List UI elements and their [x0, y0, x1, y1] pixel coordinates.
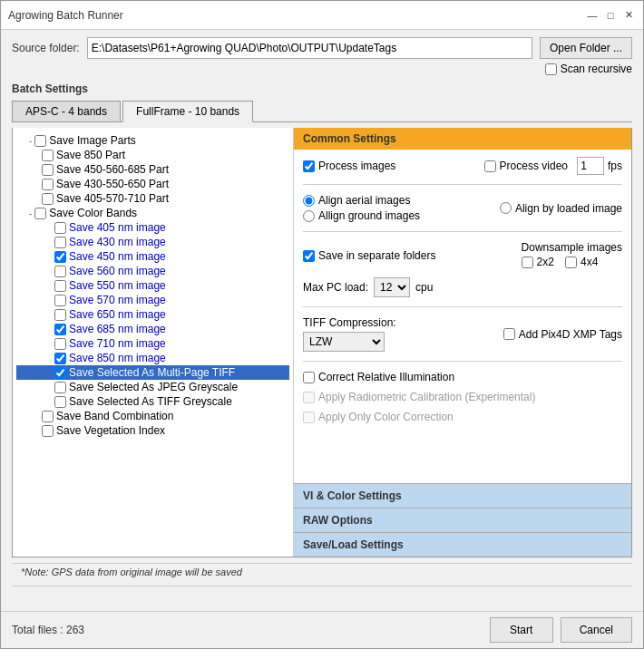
add-pix4d-checkbox[interactable]: [503, 328, 515, 340]
correct-illumination-label[interactable]: Correct Relative Illumination: [303, 371, 622, 383]
cancel-button[interactable]: Cancel: [561, 617, 632, 643]
process-video-label[interactable]: Process video: [484, 160, 568, 172]
apply-radiometric-label[interactable]: Apply Radiometric Calibration (Experimen…: [303, 391, 622, 403]
fps-label: fps: [608, 160, 622, 172]
expand-icon[interactable]: -: [29, 136, 32, 146]
tree-item-save-685-nm[interactable]: Save 685 nm image: [16, 322, 289, 336]
tree-item-save-430-550-650[interactable]: Save 430-550-650 Part: [16, 177, 289, 191]
tree-item-save-405-nm[interactable]: Save 405 nm image: [16, 220, 289, 235]
tree-item-save-570-nm[interactable]: Save 570 nm image: [16, 293, 289, 307]
tree-item-save-850-nm[interactable]: Save 850 nm image: [16, 351, 289, 365]
tree-item-save-450-nm[interactable]: Save 450 nm image: [16, 249, 289, 264]
checkbox-save-850-nm[interactable]: [54, 353, 66, 364]
tree-item-save-550-nm[interactable]: Save 550 nm image: [16, 278, 289, 293]
label-save-multi-tiff: Save Selected As Multi-Page TIFF: [69, 366, 235, 379]
checkbox-save-850-part[interactable]: [42, 150, 54, 161]
fps-input[interactable]: [577, 157, 604, 175]
scan-recursive-checkbox[interactable]: [545, 63, 557, 75]
checkbox-save-405-570-710[interactable]: [42, 193, 54, 205]
checkbox-save-jpeg-greyscale[interactable]: [54, 382, 66, 393]
label-save-685-nm: Save 685 nm image: [69, 323, 166, 335]
tree-item-save-multi-tiff[interactable]: Save Selected As Multi-Page TIFF: [16, 365, 289, 380]
max-pc-label: Max PC load:: [303, 281, 368, 294]
vi-color-section-btn[interactable]: VI & Color Settings: [294, 483, 631, 508]
checkbox-save-430-550-650[interactable]: [42, 179, 54, 190]
align-ground-radio[interactable]: [303, 210, 315, 222]
tree-item-save-450-560-685[interactable]: Save 450-560-685 Part: [16, 162, 289, 177]
apply-radiometric-checkbox[interactable]: [303, 392, 315, 403]
raw-options-section-btn[interactable]: RAW Options: [294, 508, 631, 532]
source-input[interactable]: [87, 37, 532, 59]
minimize-button[interactable]: —: [585, 8, 600, 23]
tree-item-save-850-part[interactable]: Save 850 Part: [16, 148, 289, 162]
save-load-section-btn[interactable]: Save/Load Settings: [294, 532, 631, 557]
correct-illumination-checkbox[interactable]: [303, 372, 315, 383]
status-bar: [12, 586, 632, 604]
checkbox-save-570-nm[interactable]: [54, 295, 66, 306]
label-save-850-part: Save 850 Part: [56, 149, 125, 161]
save-separate-checkbox[interactable]: [303, 250, 315, 262]
tree-item-save-560-nm[interactable]: Save 560 nm image: [16, 264, 289, 278]
tab-fullframe[interactable]: FullFrame - 10 bands: [122, 101, 253, 122]
downsample-4x4-checkbox[interactable]: [565, 257, 577, 268]
checkbox-save-560-nm[interactable]: [54, 266, 66, 277]
checkbox-save-image-parts[interactable]: [34, 135, 46, 147]
downsample-4x4-label[interactable]: 4x4: [565, 256, 598, 268]
tree-item-save-jpeg-greyscale[interactable]: Save Selected As JPEG Greyscale: [16, 380, 289, 394]
tree-item-save-color-bands[interactable]: - Save Color Bands: [16, 206, 289, 220]
process-images-label[interactable]: Process images: [303, 160, 395, 172]
checkbox-save-color-bands[interactable]: [34, 208, 46, 219]
tree-item-save-vegetation-index[interactable]: Save Vegetation Index: [16, 423, 289, 438]
checkbox-save-450-nm[interactable]: [54, 251, 66, 263]
process-images-checkbox[interactable]: [303, 160, 315, 172]
footer: Total files : 263 Start Cancel: [1, 611, 643, 648]
tree-item-save-405-570-710[interactable]: Save 405-570-710 Part: [16, 191, 289, 206]
titlebar: Agrowing Batch Runner — □ ✕: [1, 1, 643, 30]
tiff-select[interactable]: LZW None JPEG Deflate: [303, 332, 385, 352]
apply-color-text: Apply Only Color Correction: [318, 411, 454, 423]
checkbox-save-405-nm[interactable]: [54, 222, 66, 234]
checkbox-save-430-nm[interactable]: [54, 237, 66, 248]
align-aerial-radio[interactable]: [303, 195, 315, 207]
label-save-color-bands: Save Color Bands: [49, 207, 137, 219]
maximize-button[interactable]: □: [603, 8, 618, 23]
checkbox-save-multi-tiff[interactable]: [54, 367, 66, 379]
checkbox-save-550-nm[interactable]: [54, 280, 66, 292]
cpu-select[interactable]: 12 4 8 16: [374, 277, 410, 297]
tree-item-save-tiff-greyscale[interactable]: Save Selected As TIFF Greyscale: [16, 394, 289, 409]
process-video-checkbox[interactable]: [484, 160, 496, 172]
tree-item-save-430-nm[interactable]: Save 430 nm image: [16, 235, 289, 249]
checkbox-save-450-560-685[interactable]: [42, 164, 54, 176]
apply-color-checkbox[interactable]: [303, 412, 315, 423]
align-aerial-label[interactable]: Align aerial images: [303, 194, 420, 207]
apply-color-label[interactable]: Apply Only Color Correction: [303, 411, 622, 423]
tree-item-save-image-parts[interactable]: - Save Image Parts: [16, 133, 289, 148]
close-button[interactable]: ✕: [621, 8, 636, 23]
tree-item-save-710-nm[interactable]: Save 710 nm image: [16, 336, 289, 351]
scan-recursive-label[interactable]: Scan recursive: [545, 63, 632, 75]
align-by-loaded-label[interactable]: Align by loaded image: [500, 202, 622, 215]
downsample-2x2-label[interactable]: 2x2: [522, 256, 554, 268]
checkbox-save-tiff-greyscale[interactable]: [54, 396, 66, 408]
align-by-loaded-radio[interactable]: [500, 202, 512, 214]
align-ground-label[interactable]: Allign ground images: [303, 209, 420, 222]
process-video-text: Process video: [500, 160, 568, 172]
total-files-label: Total files : 263: [12, 624, 84, 636]
checkbox-save-650-nm[interactable]: [54, 309, 66, 321]
checkbox-save-710-nm[interactable]: [54, 338, 66, 350]
tree-item-save-650-nm[interactable]: Save 650 nm image: [16, 307, 289, 322]
save-separate-text: Save in separate folders: [318, 249, 435, 262]
downsample-2x2-checkbox[interactable]: [522, 257, 533, 268]
open-folder-button[interactable]: Open Folder ...: [540, 37, 632, 59]
tree-item-save-band-combination[interactable]: Save Band Combination: [16, 409, 289, 423]
add-pix4d-label[interactable]: Add Pix4D XMP Tags: [503, 328, 622, 341]
note-bar: *Note: GPS data from original image will…: [12, 563, 632, 580]
checkbox-save-vegetation-index[interactable]: [42, 425, 54, 437]
tab-apsc[interactable]: APS-C - 4 bands: [12, 101, 121, 121]
checkbox-save-685-nm[interactable]: [54, 324, 66, 335]
checkbox-save-band-combination[interactable]: [42, 411, 54, 422]
expand-color-bands-icon[interactable]: -: [29, 208, 32, 218]
save-separate-label[interactable]: Save in separate folders: [303, 249, 435, 262]
common-settings-header: Common Settings: [294, 128, 631, 150]
start-button[interactable]: Start: [490, 617, 553, 643]
